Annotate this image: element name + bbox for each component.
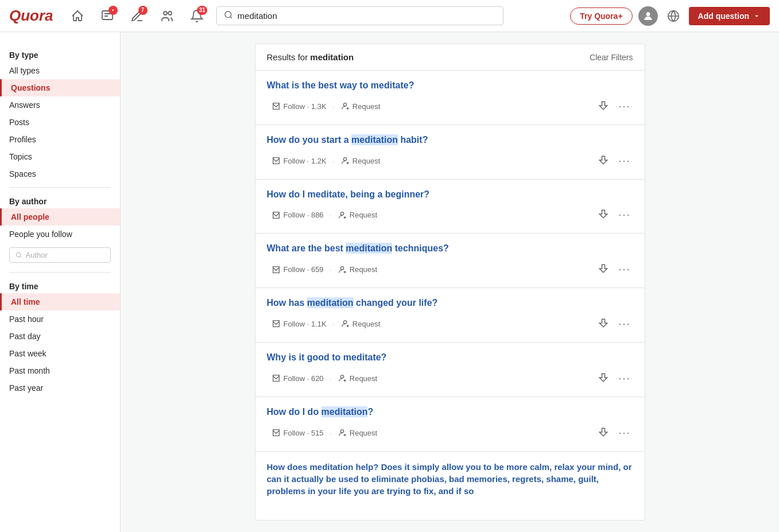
question-card-1: What is the best way to meditate? Follow… <box>255 71 645 125</box>
question-link-6[interactable]: Why is it good to meditate? <box>267 352 633 364</box>
sidebar-item-all-time[interactable]: All time <box>0 293 120 310</box>
question-link-5[interactable]: How has meditation changed your life? <box>267 297 633 309</box>
notifications-icon[interactable]: 31 <box>187 6 207 26</box>
header: Quora • 7 31 Try Quora+ Add <box>0 0 779 32</box>
svg-point-9 <box>340 212 343 215</box>
question-link-4[interactable]: What are the best meditation techniques? <box>267 243 633 255</box>
separator-2: · <box>332 156 335 166</box>
more-button-5[interactable]: ··· <box>616 316 633 332</box>
follow-button-2[interactable]: Follow · 1.2K <box>267 154 331 168</box>
downvote-button-2[interactable] <box>595 152 611 170</box>
question-card-2: How do you start a meditation habit? Fol… <box>255 125 645 180</box>
downvote-button-4[interactable] <box>595 261 611 278</box>
home-icon[interactable] <box>67 6 88 26</box>
follow-icon-3 <box>272 211 281 220</box>
avatar[interactable] <box>638 6 658 26</box>
sidebar-item-posts[interactable]: Posts <box>0 114 120 131</box>
svg-point-10 <box>340 266 343 269</box>
downvote-button-7[interactable] <box>595 424 611 442</box>
sidebar-item-past-year[interactable]: Past year <box>0 379 120 397</box>
sidebar-item-answers[interactable]: Answers <box>0 96 120 114</box>
downvote-button-6[interactable] <box>595 370 611 387</box>
clear-filters-button[interactable]: Clear Filters <box>590 53 633 62</box>
action-right-1: ··· <box>595 98 633 115</box>
question-card-4: What are the best meditation techniques?… <box>255 234 645 288</box>
downvote-button-3[interactable] <box>595 206 611 224</box>
separator-6: · <box>330 374 332 383</box>
globe-icon[interactable] <box>664 6 683 26</box>
sidebar-item-past-day[interactable]: Past day <box>0 328 120 345</box>
sidebar-item-past-month[interactable]: Past month <box>0 362 120 379</box>
question-actions-1: Follow · 1.3K · Request ··· <box>267 98 633 115</box>
more-button-2[interactable]: ··· <box>616 153 633 169</box>
separator-4: · <box>330 265 332 274</box>
request-button-3[interactable]: Request <box>333 208 382 222</box>
sidebar-item-past-hour[interactable]: Past hour <box>0 310 120 328</box>
question-link-8[interactable]: How does meditation help? Does it simply… <box>267 462 632 496</box>
add-question-button[interactable]: Add question <box>689 7 770 25</box>
try-quora-button[interactable]: Try Quora+ <box>570 7 632 25</box>
sidebar-item-questions[interactable]: Questions <box>0 79 120 96</box>
follow-button-4[interactable]: Follow · 659 <box>267 263 328 277</box>
question-actions-4: Follow · 659 · Request ··· <box>267 261 633 278</box>
request-button-6[interactable]: Request <box>333 371 382 385</box>
svg-point-11 <box>343 321 346 324</box>
question-card-3: How do I meditate, being a beginner? Fol… <box>255 180 645 234</box>
sidebar-item-spaces[interactable]: Spaces <box>0 165 120 182</box>
follow-icon-6 <box>272 374 281 383</box>
messages-icon[interactable]: 7 <box>127 6 148 26</box>
sidebar-item-all-types[interactable]: All types <box>0 62 120 79</box>
follow-button-1[interactable]: Follow · 1.3K <box>267 99 331 113</box>
follow-button-3[interactable]: Follow · 886 <box>267 208 328 222</box>
downvote-button-5[interactable] <box>595 315 611 333</box>
question-card-5: How has meditation changed your life? Fo… <box>255 288 645 343</box>
request-button-2[interactable]: Request <box>336 154 385 168</box>
request-button-7[interactable]: Request <box>333 426 382 440</box>
follow-button-7[interactable]: Follow · 515 <box>267 426 328 440</box>
question-link-7[interactable]: How do I do meditation? <box>267 406 633 418</box>
sidebar-item-people-you-follow[interactable]: People you follow <box>0 226 120 243</box>
highlight-2: meditation <box>351 134 398 145</box>
request-button-5[interactable]: Request <box>336 317 385 331</box>
main-content: Results for meditation Clear Filters Wha… <box>121 32 779 532</box>
action-right-4: ··· <box>595 261 633 278</box>
search-bar <box>216 6 503 25</box>
results-header: Results for meditation Clear Filters <box>255 44 645 71</box>
more-button-3[interactable]: ··· <box>616 207 633 223</box>
highlight-8: meditation <box>310 462 354 472</box>
sidebar-item-profiles[interactable]: Profiles <box>0 131 120 148</box>
author-search <box>9 247 111 263</box>
more-button-1[interactable]: ··· <box>616 98 633 115</box>
sidebar-item-past-week[interactable]: Past week <box>0 345 120 362</box>
follow-icon-2 <box>272 156 281 165</box>
follow-button-5[interactable]: Follow · 1.1K <box>267 317 331 331</box>
follow-icon-7 <box>272 428 281 437</box>
more-button-6[interactable]: ··· <box>616 370 633 387</box>
author-search-input[interactable] <box>26 251 104 259</box>
question-actions-5: Follow · 1.1K · Request ··· <box>267 315 633 333</box>
question-actions-7: Follow · 515 · Request ··· <box>267 424 633 442</box>
sidebar-item-topics[interactable]: Topics <box>0 148 120 165</box>
answer-icon[interactable]: • <box>97 6 118 26</box>
more-button-4[interactable]: ··· <box>616 261 633 278</box>
highlight-7: meditation <box>321 406 368 417</box>
author-search-wrap <box>0 243 120 267</box>
more-button-7[interactable]: ··· <box>616 425 633 441</box>
results-panel: Results for meditation Clear Filters Wha… <box>255 44 645 521</box>
follow-button-6[interactable]: Follow · 620 <box>267 371 328 385</box>
request-button-4[interactable]: Request <box>333 263 382 277</box>
question-link-2[interactable]: How do you start a meditation habit? <box>267 134 633 146</box>
question-link-1[interactable]: What is the best way to meditate? <box>267 80 633 92</box>
request-button-1[interactable]: Request <box>336 99 385 113</box>
people-icon[interactable] <box>157 6 177 26</box>
request-icon-3 <box>338 211 347 220</box>
question-link-3[interactable]: How do I meditate, being a beginner? <box>267 189 633 201</box>
downvote-button-1[interactable] <box>595 98 611 115</box>
logo[interactable]: Quora <box>9 7 53 25</box>
separator-7: · <box>330 428 332 438</box>
search-input[interactable] <box>238 11 496 21</box>
svg-point-13 <box>340 430 343 433</box>
sidebar-item-all-people[interactable]: All people <box>0 208 120 226</box>
follow-icon-4 <box>272 265 281 274</box>
svg-point-1 <box>164 11 167 15</box>
